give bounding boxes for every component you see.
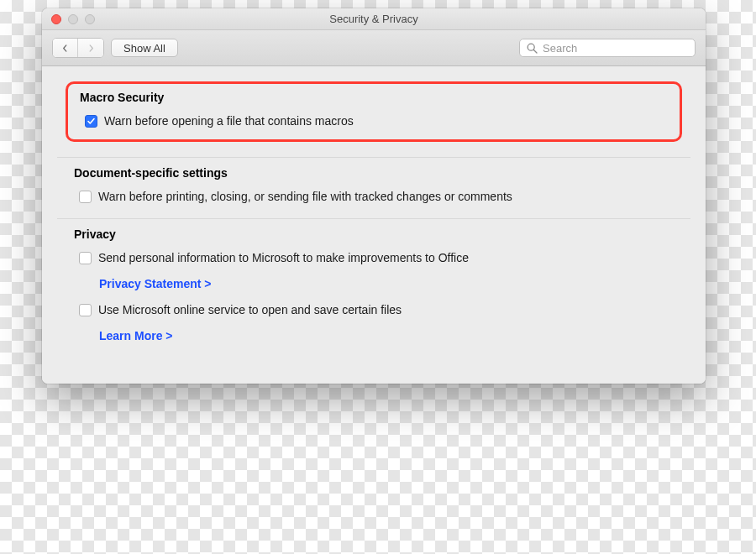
checkmark-icon — [87, 117, 96, 126]
send-info-checkbox[interactable] — [79, 252, 92, 264]
show-all-label: Show All — [123, 42, 165, 55]
document-settings-title: Document-specific settings — [74, 166, 674, 180]
macro-security-title: Macro Security — [80, 91, 668, 104]
window-title: Security & Privacy — [42, 13, 706, 25]
preferences-window: Security & Privacy Show All Macro Secur — [42, 8, 706, 384]
send-info-label: Send personal information to Microsoft t… — [98, 251, 469, 264]
warn-macros-checkbox[interactable] — [85, 115, 97, 128]
content-area: Macro Security Warn before opening a fil… — [42, 66, 706, 384]
document-settings-section: Document-specific settings Warn before p… — [57, 157, 690, 218]
search-input[interactable] — [543, 42, 688, 55]
use-online-option[interactable]: Use Microsoft online service to open and… — [74, 300, 674, 320]
macro-security-section: Macro Security Warn before opening a fil… — [57, 78, 690, 157]
warn-tracked-checkbox[interactable] — [79, 191, 92, 203]
forward-button[interactable] — [78, 39, 103, 57]
close-window-button[interactable] — [51, 14, 61, 24]
toolbar: Show All — [42, 30, 706, 66]
highlight-annotation: Macro Security Warn before opening a fil… — [66, 81, 682, 142]
warn-tracked-option[interactable]: Warn before printing, closing, or sendin… — [74, 186, 674, 206]
traffic-lights — [42, 14, 95, 24]
chevron-right-icon — [87, 44, 95, 52]
learn-more-row: Learn More > — [74, 320, 674, 352]
privacy-title: Privacy — [74, 227, 674, 241]
privacy-section: Privacy Send personal information to Mic… — [57, 218, 690, 363]
back-button[interactable] — [53, 39, 78, 57]
window-titlebar: Security & Privacy — [42, 8, 706, 30]
use-online-label: Use Microsoft online service to open and… — [98, 303, 402, 316]
show-all-button[interactable]: Show All — [111, 39, 178, 57]
send-info-option[interactable]: Send personal information to Microsoft t… — [74, 248, 674, 268]
nav-buttons — [52, 38, 104, 58]
search-field[interactable] — [519, 39, 696, 57]
warn-tracked-label: Warn before printing, closing, or sendin… — [98, 190, 512, 203]
privacy-statement-row: Privacy Statement > — [74, 268, 674, 300]
warn-macros-label: Warn before opening a file that contains… — [104, 114, 354, 128]
zoom-window-button[interactable] — [85, 14, 95, 24]
warn-macros-option[interactable]: Warn before opening a file that contains… — [80, 111, 668, 131]
search-icon — [527, 43, 538, 54]
chevron-left-icon — [61, 44, 69, 52]
minimize-window-button[interactable] — [68, 14, 78, 24]
svg-line-1 — [533, 50, 537, 53]
use-online-checkbox[interactable] — [79, 304, 92, 316]
privacy-statement-link[interactable]: Privacy Statement > — [99, 277, 211, 290]
learn-more-link[interactable]: Learn More > — [99, 329, 173, 342]
